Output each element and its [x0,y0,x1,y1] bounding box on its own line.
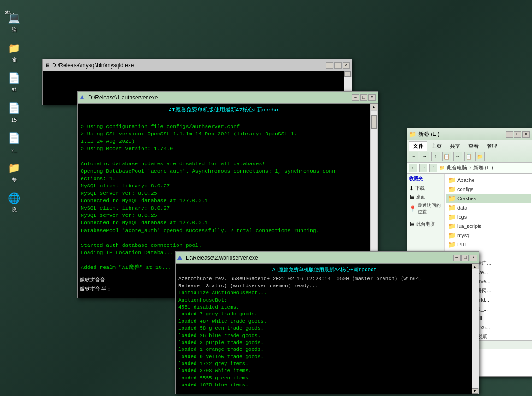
explorer-titlebar: 📁 新卷 (E:) — □ × [407,128,532,140]
mysql-minimize-btn[interactable]: — [326,62,333,69]
file-item-lua[interactable]: 📁 lua_scripts [446,221,531,231]
download-icon: ⬇ [409,185,414,192]
desktop-icon-1[interactable]: 💻 脑 [0,9,28,35]
crashes-label: Crashes [457,196,476,201]
auth-line-pool: Opening DatabasePool 'acore_auth'. Async… [81,168,369,175]
world-scrollbar[interactable]: ▲ ▼ [472,264,479,394]
scroll-up[interactable]: ▲ [344,71,351,77]
nav-up-btn[interactable]: ↑ [429,164,437,172]
desktop-icon-3[interactable]: 📄 at [0,69,28,94]
auth-scroll-thumb[interactable] [371,115,377,129]
ribbon-btn-5[interactable]: ✂ [453,152,462,161]
address-part-1[interactable]: 此台电脑 [447,164,467,171]
file-item-crashes[interactable]: 📁 Crashes [446,194,531,203]
world-maximize-btn[interactable]: □ [461,255,469,261]
favorites-label[interactable]: 收藏夹 [409,175,443,182]
this-pc-label: 此台电脑 [416,221,435,227]
ribbon-btn-2[interactable]: ➡ [420,152,429,161]
file-item-data[interactable]: 📁 data [446,203,531,212]
file-item-mysql[interactable]: 📁 mysql [446,231,531,240]
auth-scroll-up[interactable]: ▲ [371,104,377,110]
auth-line-ssl2: 1.11 24 Aug 2021) [81,138,369,145]
auth-maximize-btn[interactable]: □ [360,94,367,101]
nav-forward-btn[interactable]: → [419,164,427,172]
configs-label: configs [457,186,473,192]
desktop-icon-6[interactable]: 📁 专 [0,159,28,185]
auth-line-client1: MySQL client library: 8.0.27 [81,182,369,190]
explorer-titlebar-left: 📁 新卷 (E:) [409,130,440,138]
icon-label-2: 缩 [12,57,17,63]
mysql-close-btn[interactable]: × [343,62,350,69]
tree-section-favorites: 收藏夹 ⬇ 下载 🖥 桌面 📍 最近访问的位置 [409,175,443,216]
world-scroll-up[interactable]: ▲ [472,264,478,269]
world-scroll-track[interactable] [472,269,479,388]
mysql-maximize-btn[interactable]: □ [334,62,342,69]
mysql-titlebar-left: 🖥 D:\Release\mysql\bin\mysqld.exe [45,62,134,69]
auth-controls: — □ × [352,94,376,101]
desktop-icon-2[interactable]: 📁 缩 [0,39,28,64]
tab-manage[interactable]: 管理 [483,141,501,151]
mysql-titlebar: 🖥 D:\Release\mysql\bin\mysqld.exe — □ × [43,59,352,71]
auth-line-client2: MySQL client library: 8.0.27 [81,204,369,212]
world-line-bot: AuctionHouseBot: [178,297,471,304]
nav-back-btn[interactable]: ← [409,164,417,172]
ribbon-btn-6[interactable]: 📋 [464,152,473,161]
ribbon-btn-4[interactable]: 📋 [442,152,451,161]
ribbon-btn-7[interactable]: 📁 [475,152,485,161]
icon-label-1: 脑 [12,27,17,33]
ribbon-btn-3[interactable]: ↑ [431,152,440,161]
explorer-minimize-btn[interactable]: — [506,131,513,138]
logs-label: logs [457,214,467,220]
crashes-folder-icon: 📁 [448,195,455,202]
address-part-2[interactable]: 新卷 (E:) [473,164,493,171]
world-minimize-btn[interactable]: — [453,255,461,261]
mysql-window-title: D:\Release\mysql\bin\mysqld.exe [52,62,134,69]
file-item-logs[interactable]: 📁 logs [446,212,531,221]
tab-file[interactable]: 文件 [409,141,427,151]
icon-label-4: 15 [11,117,17,123]
tree-item-recent[interactable]: 📍 最近访问的位置 [409,201,443,216]
file-item-apache[interactable]: 📁 Apache [446,175,531,185]
auth-titlebar-left: D:\Release\1.authserver.exe [80,94,158,101]
tree-item-desktop[interactable]: 🖥 桌面 [409,192,443,201]
recent-label: 最近访问的位置 [418,202,443,215]
auth-blank3 [81,234,369,242]
watermark: 任 逍 遥 [486,362,527,373]
explorer-maximize-btn[interactable]: □ [514,131,521,138]
address-bar: ← → ↑ 📁 此台电脑 › 新卷 (E:) [407,163,532,174]
icon-label-6: 专 [12,177,17,183]
download-label: 下载 [415,185,425,192]
auth-line-conn2: Connected to MySQL database at 127.0.0.1 [81,219,369,227]
tab-view[interactable]: 查看 [464,141,483,151]
explorer-close-btn[interactable]: × [522,131,530,138]
world-line-ready: Release, Static) (worldserver-daemon) re… [178,283,471,290]
file-item-configs[interactable]: 📁 configs [446,185,531,194]
auth-line-server1: MySQL server ver: 8.0.25 [81,190,369,197]
explorer-controls: — □ × [506,131,530,138]
auth-close-btn[interactable]: × [368,94,376,101]
auth-minimize-btn[interactable]: — [352,94,359,101]
tab-share[interactable]: 共享 [446,141,464,151]
desktop-icon-4[interactable]: 📄 15 [0,99,28,125]
world-line-grey-trade: loaded 7 grey trade goods. [178,311,471,318]
world-close-btn[interactable]: × [470,255,477,261]
world-line-blue-trade: loaded 26 blue trade goods. [178,332,471,339]
world-line-orange-trade: loaded 1 orange trade goods. [178,346,471,353]
mysql-controls: — □ × [326,62,350,69]
desktop-icon-7[interactable]: 🌐 境 [0,189,28,215]
auth-line-opened: DatabasePool 'acore_auth' opened success… [81,227,369,234]
desktop-icon-5[interactable]: 📄 y_ [0,129,28,155]
file-item-php[interactable]: 📁 PHP [446,240,531,249]
world-line-white-items: loaded 3708 white items. [178,367,471,374]
world-window: D:\Release\2.worldserver.exe — □ × AI魔兽免… [175,251,479,394]
logs-folder-icon: 📁 [448,213,455,221]
world-title-line: AI魔兽免费单机版使用最新AZ核心+新npcbot [178,267,471,274]
tree-item-this-pc[interactable]: 🖥 此台电脑 [409,220,443,228]
world-line-green-trade: loaded 58 green trade goods. [178,325,471,332]
tab-home[interactable]: 主页 [427,141,446,151]
world-scroll-down[interactable]: ▼ [472,388,478,394]
ribbon-btn-1[interactable]: ⬅ [409,152,418,161]
tree-item-download[interactable]: ⬇ 下载 [409,184,443,192]
world-tri-icon [177,256,182,260]
world-line-white-trade: loaded 487 white trade goods. [178,318,471,325]
